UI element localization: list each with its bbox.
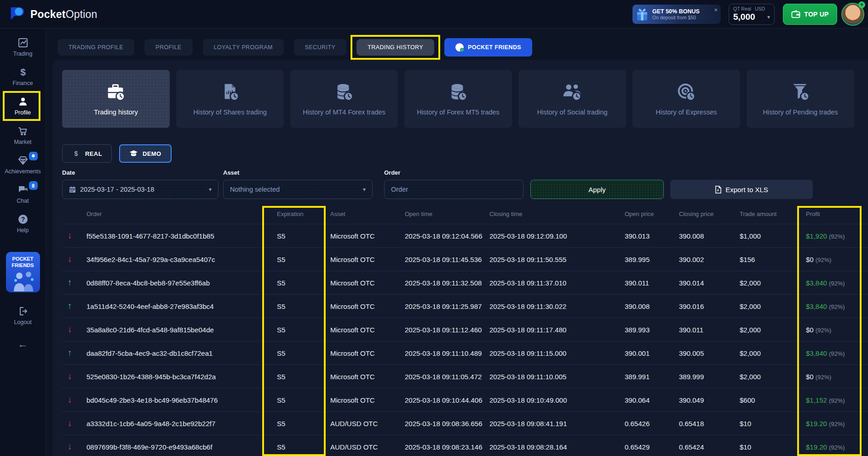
pocket-friends-banner-label: POCKET FRIENDS <box>6 256 40 269</box>
asset-select-value: Nothing selected <box>230 186 363 193</box>
cart-icon <box>17 125 29 137</box>
sidebar: Trading $ Finance Profile Market Achieve… <box>0 28 46 456</box>
sidebar-item-trading[interactable]: Trading <box>2 34 44 60</box>
cell-asset: Microsoft OTC <box>329 256 403 263</box>
cell-asset: Microsoft OTC <box>329 279 403 287</box>
card-history-of-expresses[interactable]: History of Expresses <box>632 70 740 128</box>
funnel-clock-icon <box>790 81 811 103</box>
trades-table: Order Expiration Asset Open time Closing… <box>62 204 868 456</box>
order-input[interactable] <box>391 186 517 193</box>
svg-text:?: ? <box>21 216 25 223</box>
app-logo[interactable]: PocketOption <box>8 6 98 23</box>
cell-asset: Microsoft OTC <box>329 302 403 310</box>
cell-expiration: S5 <box>262 232 329 240</box>
user-avatar[interactable]: + <box>841 3 864 26</box>
mode-label: DEMO <box>143 150 161 157</box>
apply-button[interactable]: Apply <box>530 180 664 199</box>
tab-pocket-friends[interactable]: POCKET FRIENDS <box>444 38 532 57</box>
sidebar-item-logout[interactable]: Logout <box>2 302 44 329</box>
graduation-cap-icon <box>129 150 138 157</box>
sidebar-item-profile[interactable]: Profile <box>2 93 44 119</box>
pocketoption-logo-icon <box>8 6 26 23</box>
cell-open-price: 389.993 <box>623 326 678 334</box>
demo-account-button[interactable]: DEMO <box>119 144 172 163</box>
top-up-button[interactable]: TOP UP <box>783 4 837 25</box>
tab-label: PROFILE <box>155 44 181 51</box>
cell-profit: $3,840(92%) <box>805 302 868 310</box>
chat-icon <box>17 184 29 195</box>
sidebar-item-market[interactable]: Market <box>2 122 44 148</box>
cell-open-price: 390.011 <box>623 279 678 287</box>
chat-count-badge: 8 <box>29 181 38 190</box>
cell-open-time: 2025-03-18 09:08:23.146 <box>403 443 488 451</box>
tab-label: SECURITY <box>305 44 335 51</box>
sidebar-item-label: Finance <box>12 80 33 86</box>
tab-trading-profile[interactable]: TRADING PROFILE <box>57 39 134 56</box>
sidebar-item-achievements[interactable]: Achievements <box>2 152 44 178</box>
card-history-of-social-trading[interactable]: History of Social trading <box>518 70 626 128</box>
card-history-of-pending-trades[interactable]: History of Pending trades <box>747 70 854 128</box>
date-range-picker[interactable]: 2025-03-17 - 2025-03-18 ▾ <box>62 180 218 199</box>
chevron-down-icon: ▾ <box>209 186 212 193</box>
arrow-up-icon: ↑ <box>62 278 85 288</box>
card-history-of-mt4-forex-trades[interactable]: History of MT4 Forex trades <box>290 70 398 128</box>
export-xls-button[interactable]: x Export to XLS <box>670 180 813 199</box>
cell-asset: Microsoft OTC <box>329 396 403 404</box>
cell-trade-amount: $2,000 <box>738 279 805 287</box>
balance-account-label: QT Real <box>733 6 751 11</box>
col-header-open-price: Open price <box>623 211 678 217</box>
tab-security[interactable]: SECURITY <box>294 39 346 56</box>
tab-loyalty-program[interactable]: LOYALTY PROGRAM <box>203 39 284 56</box>
gem-icon <box>17 155 29 166</box>
sidebar-item-chat[interactable]: Chat 8 <box>2 181 44 207</box>
table-header-row: Order Expiration Asset Open time Closing… <box>62 204 868 224</box>
close-icon[interactable]: × <box>714 7 718 13</box>
asset-select[interactable]: Nothing selected ▾ <box>223 180 373 199</box>
sidebar-item-finance[interactable]: $ Finance <box>2 63 44 90</box>
pocket-friends-banner[interactable]: POCKET FRIENDS <box>6 252 40 292</box>
briefcase-clock-icon <box>105 81 126 103</box>
col-header-trade-amount: Trade amount <box>738 211 805 217</box>
cell-asset: Microsoft OTC <box>329 373 403 381</box>
cell-closing-time: 2025-03-18 09:11:17.480 <box>488 326 623 334</box>
table-row: ↓ a3332d1c-1cb6-4a05-9a48-2c1be92b22f7 S… <box>62 411 868 435</box>
notification-bell-badge <box>29 152 38 160</box>
card-trading-history[interactable]: Trading history <box>62 70 170 128</box>
cell-profit: $1,920(92%) <box>805 232 868 240</box>
cell-trade-amount: $2,000 <box>738 349 805 357</box>
cell-trade-amount: $2,000 <box>738 302 805 310</box>
card-history-of-forex-mt5-trades[interactable]: History of Forex MT5 trades <box>404 70 512 128</box>
bonus-banner[interactable]: GET 50% BONUS On deposit from $50 × <box>632 5 721 24</box>
svg-text:$: $ <box>74 150 78 157</box>
cell-open-time: 2025-03-18 09:11:12.460 <box>403 326 488 334</box>
cell-closing-time: 2025-03-18 09:11:37.010 <box>488 279 623 287</box>
top-up-label: TOP UP <box>804 11 828 18</box>
bonus-subtitle: On deposit from $50 <box>652 15 700 20</box>
tab-trading-history[interactable]: TRADING HISTORY <box>356 39 434 56</box>
arrow-down-icon: ↓ <box>62 395 85 405</box>
tab-label: TRADING HISTORY <box>368 44 423 51</box>
sidebar-item-help[interactable]: ? Help <box>2 211 44 237</box>
cell-order-id: bd045c49-2be3-4e18-bc49-96eb37b48476 <box>85 396 262 404</box>
cell-closing-price: 390.016 <box>678 302 738 310</box>
wallet-icon <box>791 10 800 18</box>
card-label: History of Expresses <box>656 108 717 117</box>
cell-open-price: 390.001 <box>623 349 678 357</box>
chart-icon <box>17 37 29 48</box>
help-icon: ? <box>17 214 29 225</box>
coins-clock-icon <box>333 81 355 103</box>
table-row: ↑ 0d88ff07-8eca-4bc8-beb8-97e55e3ff6ab S… <box>62 271 868 294</box>
tab-profile[interactable]: PROFILE <box>144 39 192 56</box>
cell-expiration: S5 <box>262 373 329 381</box>
collapse-sidebar-arrow-icon[interactable]: ← <box>18 338 28 350</box>
cell-trade-amount: $2,000 <box>738 326 805 334</box>
cell-closing-price: 0.65424 <box>678 443 738 451</box>
arrow-up-icon: ↑ <box>62 348 85 358</box>
card-history-of-shares-trading[interactable]: History of Shares trading <box>176 70 284 128</box>
export-xls-label: Export to XLS <box>725 186 768 194</box>
sidebar-item-label: Profile <box>15 109 31 116</box>
balance-selector[interactable]: QT Real USD 5,000 ▾ <box>729 4 775 25</box>
real-account-button[interactable]: $ REAL <box>62 144 112 163</box>
cell-open-price: 389.995 <box>623 256 678 263</box>
cell-expiration: S5 <box>262 256 329 263</box>
